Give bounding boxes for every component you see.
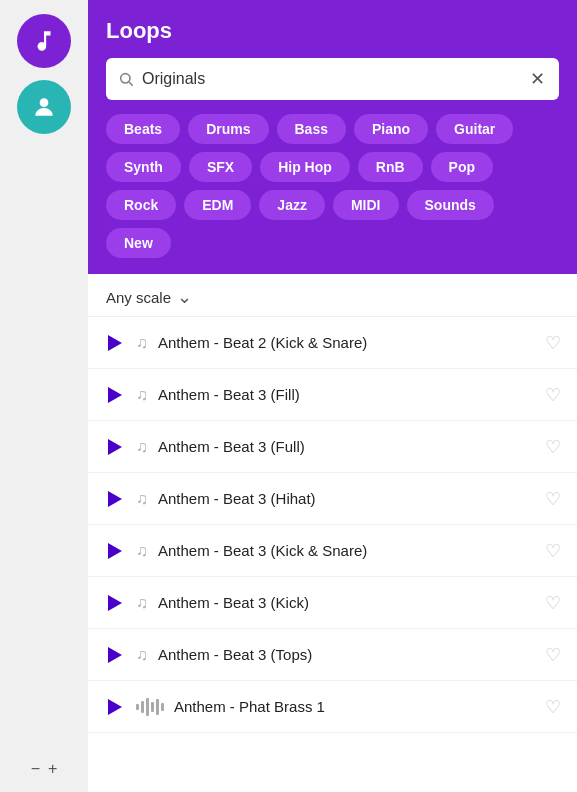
tag-synth[interactable]: Synth: [106, 152, 181, 182]
favorite-icon[interactable]: ♡: [545, 540, 561, 562]
scale-section[interactable]: Any scale ⌄: [88, 274, 577, 317]
tag-rnb[interactable]: RnB: [358, 152, 423, 182]
tracks-list: ♫ Anthem - Beat 2 (Kick & Snare) ♡ ♫ Ant…: [88, 317, 577, 792]
favorite-icon[interactable]: ♡: [545, 384, 561, 406]
search-icon: [118, 71, 134, 87]
play-button[interactable]: [104, 644, 126, 666]
sidebar: − +: [0, 0, 88, 792]
tag-bass[interactable]: Bass: [277, 114, 346, 144]
tag-sfx[interactable]: SFX: [189, 152, 252, 182]
clear-search-button[interactable]: ✕: [528, 66, 547, 92]
tag-beats[interactable]: Beats: [106, 114, 180, 144]
tag-jazz[interactable]: Jazz: [259, 190, 325, 220]
tag-guitar[interactable]: Guitar: [436, 114, 513, 144]
music-note-icon: ♫: [136, 646, 148, 664]
tag-new[interactable]: New: [106, 228, 171, 258]
track-row: Anthem - Phat Brass 1 ♡: [88, 681, 577, 733]
tag-sounds[interactable]: Sounds: [407, 190, 494, 220]
tag-pop[interactable]: Pop: [431, 152, 493, 182]
music-note-icon: ♫: [136, 490, 148, 508]
music-note-icon: ♫: [136, 386, 148, 404]
track-name: Anthem - Beat 2 (Kick & Snare): [158, 334, 535, 351]
favorite-icon[interactable]: ♡: [545, 644, 561, 666]
track-row: ♫ Anthem - Beat 3 (Kick & Snare) ♡: [88, 525, 577, 577]
track-name: Anthem - Phat Brass 1: [174, 698, 535, 715]
track-name: Anthem - Beat 3 (Tops): [158, 646, 535, 663]
zoom-controls: − +: [0, 756, 88, 782]
play-button[interactable]: [104, 332, 126, 354]
play-button[interactable]: [104, 488, 126, 510]
tag-midi[interactable]: MIDI: [333, 190, 399, 220]
search-input[interactable]: [142, 70, 528, 88]
favorite-icon[interactable]: ♡: [545, 696, 561, 718]
tag-edm[interactable]: EDM: [184, 190, 251, 220]
waveform-icon: [136, 697, 164, 717]
favorite-icon[interactable]: ♡: [545, 592, 561, 614]
tag-piano[interactable]: Piano: [354, 114, 428, 144]
play-button[interactable]: [104, 696, 126, 718]
music-note-icon: ♫: [136, 594, 148, 612]
favorite-icon[interactable]: ♡: [545, 332, 561, 354]
tag-drums[interactable]: Drums: [188, 114, 268, 144]
track-row: ♫ Anthem - Beat 3 (Full) ♡: [88, 421, 577, 473]
track-name: Anthem - Beat 3 (Kick): [158, 594, 535, 611]
zoom-out-button[interactable]: −: [31, 760, 40, 778]
music-note-icon: ♫: [136, 334, 148, 352]
svg-point-0: [40, 98, 49, 107]
tag-hiphop[interactable]: Hip Hop: [260, 152, 350, 182]
track-row: ♫ Anthem - Beat 3 (Fill) ♡: [88, 369, 577, 421]
play-button[interactable]: [104, 592, 126, 614]
tag-rock[interactable]: Rock: [106, 190, 176, 220]
tags-grid: Beats Drums Bass Piano Guitar Synth SFX …: [106, 114, 559, 258]
music-note-icon: ♫: [136, 438, 148, 456]
track-row: ♫ Anthem - Beat 3 (Tops) ♡: [88, 629, 577, 681]
play-button[interactable]: [104, 436, 126, 458]
sidebar-profile-icon[interactable]: [17, 80, 71, 134]
track-name: Anthem - Beat 3 (Fill): [158, 386, 535, 403]
track-row: ♫ Anthem - Beat 2 (Kick & Snare) ♡: [88, 317, 577, 369]
music-note-icon: ♫: [136, 542, 148, 560]
track-name: Anthem - Beat 3 (Kick & Snare): [158, 542, 535, 559]
chevron-down-icon: ⌄: [177, 286, 192, 308]
play-button[interactable]: [104, 540, 126, 562]
main-panel: Loops ✕ Beats Drums Bass Piano Guitar Sy…: [88, 0, 577, 792]
track-row: ♫ Anthem - Beat 3 (Hihat) ♡: [88, 473, 577, 525]
search-bar: ✕: [106, 58, 559, 100]
favorite-icon[interactable]: ♡: [545, 436, 561, 458]
track-name: Anthem - Beat 3 (Hihat): [158, 490, 535, 507]
scale-label: Any scale: [106, 289, 171, 306]
header-section: Loops ✕ Beats Drums Bass Piano Guitar Sy…: [88, 0, 577, 274]
svg-point-1: [121, 74, 130, 83]
sidebar-music-icon[interactable]: [17, 14, 71, 68]
favorite-icon[interactable]: ♡: [545, 488, 561, 510]
track-row: ♫ Anthem - Beat 3 (Kick) ♡: [88, 577, 577, 629]
svg-line-2: [129, 82, 133, 86]
play-button[interactable]: [104, 384, 126, 406]
panel-title: Loops: [106, 18, 559, 44]
zoom-in-button[interactable]: +: [48, 760, 57, 778]
track-name: Anthem - Beat 3 (Full): [158, 438, 535, 455]
